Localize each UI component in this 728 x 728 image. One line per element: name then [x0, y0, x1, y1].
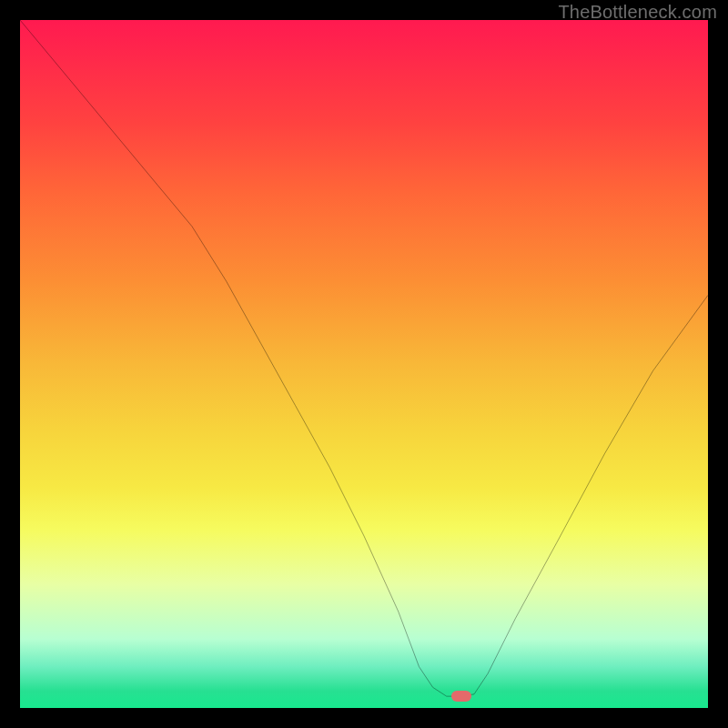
bottleneck-chart: TheBottleneck.com: [0, 0, 728, 728]
minimum-marker: [451, 691, 471, 702]
watermark-text: TheBottleneck.com: [558, 2, 717, 23]
gradient-background: [20, 20, 708, 708]
plot-area: [20, 20, 708, 708]
